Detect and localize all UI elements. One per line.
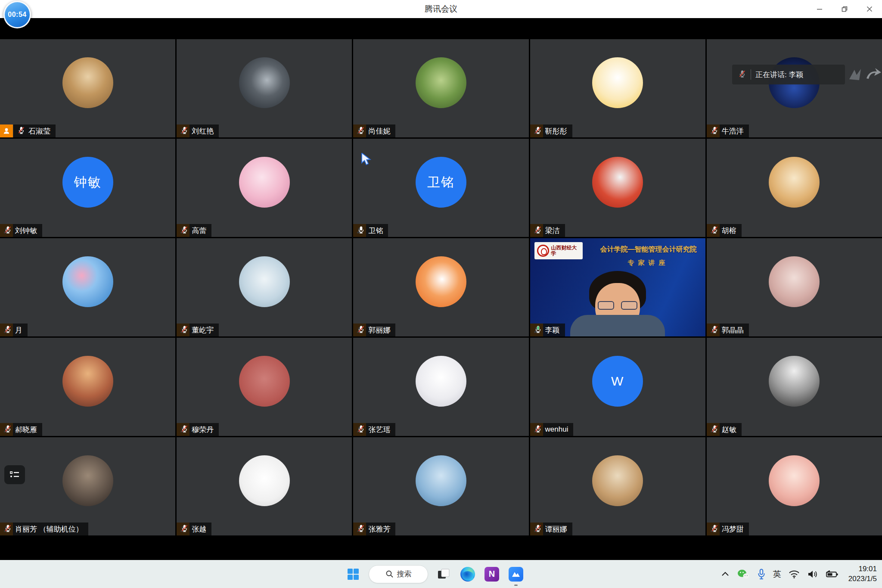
mic-muted-icon (180, 524, 189, 532)
participant-nameplate: 李颖 (530, 324, 565, 336)
participant-tile[interactable]: 高蕾 (177, 139, 352, 237)
battery-charging-icon[interactable] (826, 570, 839, 579)
input-language-indicator[interactable]: 英 (773, 569, 781, 580)
participant-name: wenhui (545, 425, 568, 434)
participant-nameplate: 张艺瑶 (353, 423, 395, 436)
onenote-icon: N (484, 567, 499, 582)
mic-icon (534, 425, 542, 435)
participant-avatar (239, 57, 290, 108)
participant-nameplate: 郭晶晶 (707, 324, 749, 336)
participant-tile[interactable]: 胡榕 (707, 139, 882, 237)
participant-tile[interactable]: 张雅芳 (353, 437, 528, 535)
mic-muted-icon (534, 425, 542, 433)
participant-name: 谭丽娜 (545, 524, 567, 534)
mic-icon (534, 126, 542, 136)
wechat-tray-icon[interactable] (737, 569, 750, 580)
participant-name: 董屹宇 (192, 325, 214, 335)
window-controls (807, 0, 882, 18)
mic-icon (180, 325, 189, 335)
participant-avatar (62, 455, 113, 506)
participant-nameplate: 董屹宇 (177, 324, 219, 336)
windows-logo-icon (347, 568, 360, 581)
participant-tile[interactable]: 肖丽芳 （辅助机位） (0, 437, 175, 535)
host-badge-icon (0, 124, 13, 137)
participant-nameplate: 尚佳妮 (353, 124, 395, 137)
participant-avatar (416, 256, 466, 307)
mic-muted-icon (4, 425, 12, 433)
participant-tile[interactable]: 郝晓雁 (0, 338, 175, 436)
participant-avatar (769, 455, 820, 506)
participant-avatar (592, 157, 643, 208)
mic-muted-icon (738, 70, 746, 80)
participant-tile[interactable]: 郭晶晶 (707, 238, 882, 336)
app-window: 腾讯会议 00:54 石淑莹 (0, 0, 882, 588)
participant-nameplate: wenhui (530, 423, 574, 436)
participant-nameplate: 冯梦甜 (707, 523, 749, 535)
tencent-meeting-button[interactable] (507, 566, 525, 583)
tray-overflow-button[interactable] (721, 571, 730, 577)
mic-icon (4, 226, 12, 236)
volume-icon[interactable] (807, 569, 818, 579)
mic-muted-icon (357, 524, 365, 532)
window-title: 腾讯会议 (425, 3, 457, 15)
participant-nameplate: 张越 (177, 523, 211, 535)
participant-tile[interactable]: 谭丽娜 (530, 437, 705, 535)
mic-muted-icon (4, 524, 12, 532)
clock[interactable]: 19:01 2023/1/5 (848, 564, 877, 583)
participant-tile[interactable]: 冯梦甜 (707, 437, 882, 535)
title-bar: 腾讯会议 (0, 0, 882, 18)
reaction-arrows-icon (848, 65, 881, 85)
participant-tile[interactable]: 穆荣丹 (177, 338, 352, 436)
participant-tile[interactable]: 张艺瑶 (353, 338, 528, 436)
task-view-button[interactable] (435, 566, 452, 583)
participant-name: 穆荣丹 (192, 425, 214, 435)
wifi-icon[interactable] (789, 570, 800, 579)
participant-nameplate: 石淑莹 (13, 124, 56, 137)
participant-tile[interactable]: 靳彤彤 (530, 39, 705, 137)
minimize-button[interactable] (807, 0, 832, 18)
participant-tile[interactable]: 郭丽娜 (353, 238, 528, 336)
search-placeholder: 搜索 (397, 569, 412, 579)
mic-muted-icon (357, 325, 365, 333)
system-tray: 英 (721, 560, 877, 588)
participant-tile[interactable]: 石淑莹 (0, 39, 175, 137)
participant-name: 张越 (192, 524, 206, 534)
meeting-timer[interactable]: 00:54 (3, 1, 31, 28)
participant-name: 郭丽娜 (368, 325, 390, 335)
participant-tile[interactable]: 梁洁 (530, 139, 705, 237)
participant-nameplate: 刘红艳 (177, 124, 219, 137)
mic-icon (711, 524, 719, 534)
mic-icon (180, 126, 189, 136)
participant-tile[interactable]: 山西财经大学会计学院—智能管理会计研究院专家讲座 李颖 (530, 238, 705, 336)
participant-tile[interactable]: 月 (0, 238, 175, 336)
member-list-button[interactable] (4, 465, 25, 484)
restore-button[interactable] (832, 0, 857, 18)
mic-muted-icon (534, 524, 542, 532)
onenote-button[interactable]: N (483, 566, 500, 583)
participant-tile[interactable]: 刘红艳 (177, 39, 352, 137)
participant-name: 卫铭 (368, 226, 383, 236)
participant-tile[interactable]: 牛浩洋 (707, 39, 882, 137)
participant-tile[interactable]: 钟敏 刘钟敏 (0, 139, 175, 237)
participant-tile[interactable]: 董屹宇 (177, 238, 352, 336)
mic-muted-icon (4, 226, 12, 234)
participant-tile[interactable]: 卫铭 卫铭 (353, 139, 528, 237)
participant-tile[interactable]: 尚佳妮 (353, 39, 528, 137)
participant-tile[interactable]: 赵敏 (707, 338, 882, 436)
mic-icon (357, 226, 365, 236)
mic-icon (180, 226, 189, 236)
slide-title-line2: 专家讲座 (595, 259, 702, 267)
close-button[interactable] (857, 0, 882, 18)
taskbar-search[interactable]: 搜索 (369, 565, 428, 583)
start-button[interactable] (345, 566, 362, 583)
participant-name: 靳彤彤 (545, 126, 567, 136)
mic-icon (711, 425, 719, 435)
participant-name: 高蕾 (192, 226, 206, 236)
participant-avatar-initials: 钟敏 (62, 157, 113, 208)
participant-nameplate: 刘钟敏 (0, 224, 42, 237)
participant-tile[interactable]: W wenhui (530, 338, 705, 436)
edge-browser-button[interactable] (459, 566, 476, 583)
participant-name: 李颖 (545, 325, 560, 335)
microphone-in-use-icon[interactable] (757, 569, 766, 580)
participant-tile[interactable]: 张越 (177, 437, 352, 535)
